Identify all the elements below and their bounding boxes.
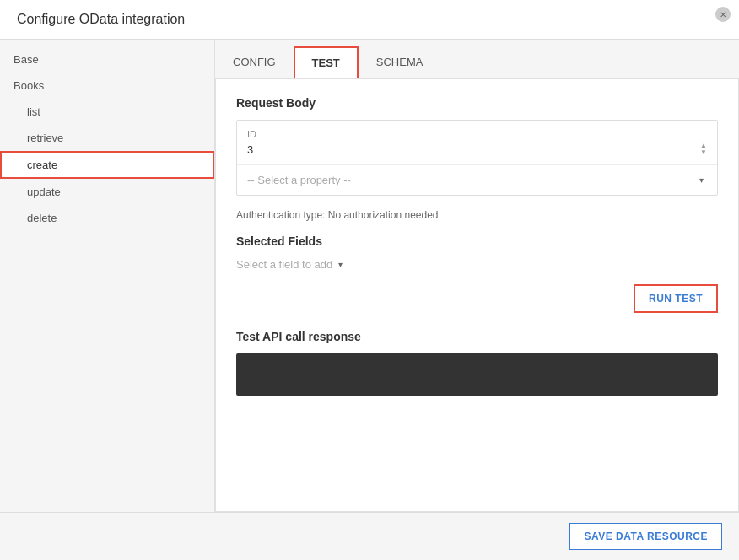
top-bar: Configure OData integration ✕ [0, 0, 739, 40]
response-box [236, 353, 718, 396]
sidebar-item-create[interactable]: create [0, 151, 214, 179]
sidebar-item-list[interactable]: list [0, 99, 214, 125]
run-test-row: RUN TEST [236, 284, 718, 313]
sidebar-item-retrieve[interactable]: retrieve [0, 125, 214, 151]
add-property-row: -- Select a property -- ▾ [237, 165, 717, 195]
right-panel: CONFIG TEST SCHEMA Request Body ID [215, 40, 739, 512]
sidebar-section-books: Books [0, 73, 214, 99]
field-add-select[interactable]: Select a field to add [236, 258, 333, 271]
field-dropdown-row: Select a field to add ▾ [236, 258, 718, 271]
sidebar-section-base: Base [0, 46, 214, 73]
page-title: Configure OData integration [17, 12, 185, 27]
selected-fields-section: Selected Fields Select a field to add ▾ [236, 234, 718, 271]
auth-text: Authentication type: No authorization ne… [236, 209, 718, 221]
selected-fields-title: Selected Fields [236, 234, 718, 248]
request-body-title: Request Body [236, 96, 718, 110]
tab-test[interactable]: TEST [294, 46, 359, 78]
sidebar-item-update[interactable]: update [0, 179, 214, 205]
id-spinner[interactable]: ▲ ▼ [700, 143, 707, 156]
tab-config[interactable]: CONFIG [215, 46, 294, 78]
id-field-input[interactable] [247, 143, 693, 156]
main-content: Base Books list retrieve create update d… [0, 40, 739, 512]
run-test-button[interactable]: RUN TEST [634, 284, 718, 313]
test-response-section: Test API call response [236, 330, 718, 396]
add-property-select[interactable]: -- Select a property -- [247, 174, 707, 186]
request-body-box: ID ▲ ▼ -- Select a property -- [236, 120, 718, 196]
sidebar-item-delete[interactable]: delete [0, 205, 214, 231]
sidebar: Base Books list retrieve create update d… [0, 40, 215, 512]
page-wrapper: Configure OData integration ✕ Base Books… [0, 0, 739, 560]
bottom-bar: SAVE DATA RESOURCE [0, 512, 739, 560]
test-response-title: Test API call response [236, 330, 718, 343]
spinner-down-icon: ▼ [700, 149, 707, 156]
field-select-arrow-icon: ▾ [338, 260, 343, 269]
id-field-input-wrapper: ▲ ▼ [247, 143, 707, 156]
id-field-row: ID ▲ ▼ [237, 121, 717, 165]
tabs-bar: CONFIG TEST SCHEMA [215, 40, 739, 78]
id-field-label: ID [247, 129, 707, 139]
save-data-resource-button[interactable]: SAVE DATA RESOURCE [569, 523, 722, 550]
tab-schema[interactable]: SCHEMA [359, 46, 441, 78]
close-button[interactable]: ✕ [715, 7, 731, 22]
close-icon: ✕ [720, 10, 726, 19]
panel-content: Request Body ID ▲ ▼ [215, 78, 739, 512]
add-property-select-wrapper: -- Select a property -- ▾ [247, 174, 707, 186]
